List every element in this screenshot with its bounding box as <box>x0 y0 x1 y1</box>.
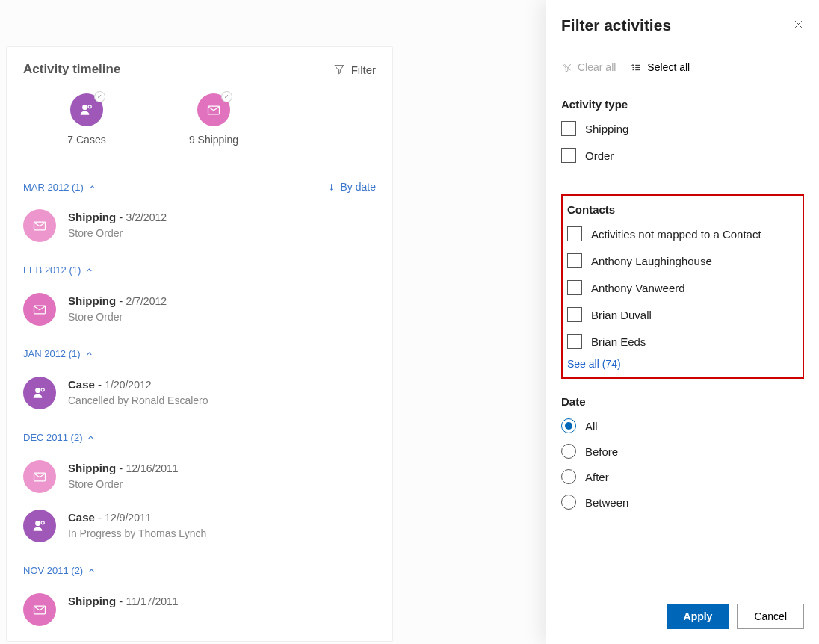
envelope-icon <box>23 293 56 326</box>
entry-title: Shipping <box>68 595 116 607</box>
clear-all-button[interactable]: Clear all <box>561 61 616 73</box>
month-header[interactable]: FEB 2012 (1) <box>23 264 93 276</box>
envelope-icon <box>23 460 56 493</box>
entry-subtitle: Store Order <box>68 227 167 239</box>
timeline-entry[interactable]: Shipping - 12/16/2011 Store Order <box>23 460 376 493</box>
radio-icon <box>561 469 576 484</box>
checkbox-icon <box>567 253 582 268</box>
shipping-count: 9 Shipping <box>150 134 277 146</box>
panel-title: Filter activities <box>561 16 671 34</box>
entry-title: Case <box>68 378 95 391</box>
entry-title: Shipping <box>68 294 116 307</box>
panel-header: Filter activities <box>561 16 804 34</box>
card-title: Activity timeline <box>23 62 120 77</box>
radio-all[interactable]: All <box>561 418 804 433</box>
checkbox-label: Brian Duvall <box>591 309 652 321</box>
entry-date: 12/16/2011 <box>126 462 179 474</box>
radio-icon <box>561 495 576 510</box>
entry-body: Case - 1/20/2012 Cancelled by Ronald Esc… <box>68 377 208 409</box>
checkbox-icon <box>567 280 582 295</box>
entry-subtitle: In Progress by Thomas Lynch <box>68 527 206 539</box>
arrow-down-icon <box>327 182 336 192</box>
checkbox-contact[interactable]: Anthony Vanweerd <box>567 280 800 295</box>
month-header[interactable]: JAN 2012 (1) <box>23 348 93 359</box>
activity-timeline-card: Activity timeline Filter ✓ 7 Cases ✓ 9 S… <box>6 46 393 642</box>
apply-button[interactable]: Apply <box>667 604 730 629</box>
checkbox-contact[interactable]: Brian Duvall <box>567 307 800 322</box>
entry-body: Shipping - 2/7/2012 Store Order <box>68 293 167 326</box>
radio-after[interactable]: After <box>561 469 804 484</box>
card-header: Activity timeline Filter <box>23 62 376 77</box>
radio-label: After <box>585 471 609 483</box>
cases-count: 7 Cases <box>23 134 150 146</box>
panel-footer: Apply Cancel <box>561 589 804 644</box>
month-header-label: JAN 2012 (1) <box>23 348 81 359</box>
checkbox-icon <box>567 226 582 241</box>
entry-body: Case - 12/9/2011 In Progress by Thomas L… <box>68 510 206 542</box>
svg-point-10 <box>41 521 44 524</box>
radio-between[interactable]: Between <box>561 495 804 510</box>
month-header[interactable]: DEC 2011 (2) <box>23 432 95 443</box>
radio-before[interactable]: Before <box>561 444 804 459</box>
checkbox-contact[interactable]: Anthony Laughinghouse <box>567 253 800 268</box>
summary-shipping[interactable]: ✓ 9 Shipping <box>150 93 277 146</box>
contacts-title: Contacts <box>564 203 800 216</box>
entry-title: Shipping <box>68 211 116 223</box>
checkbox-label: Activities not mapped to a Contact <box>591 228 761 241</box>
select-all-button[interactable]: Select all <box>631 61 690 73</box>
filter-label: Filter <box>351 64 376 76</box>
timeline-entry[interactable]: Case - 12/9/2011 In Progress by Thomas L… <box>23 510 376 542</box>
entry-subtitle: Cancelled by Ronald Escalero <box>68 394 208 406</box>
radio-label: Between <box>585 496 628 509</box>
checkbox-label: Anthony Laughinghouse <box>591 255 712 267</box>
radio-label: Before <box>585 445 618 458</box>
timeline-entry[interactable]: Shipping - 11/17/2011 <box>23 593 376 626</box>
cancel-button[interactable]: Cancel <box>737 604 804 629</box>
entry-date: 12/9/2011 <box>105 512 151 524</box>
contacts-section-highlight: Contacts Activities not mapped to a Cont… <box>561 194 804 379</box>
sort-by-date[interactable]: By date <box>327 181 376 193</box>
funnel-icon <box>333 64 345 75</box>
summary-cases[interactable]: ✓ 7 Cases <box>23 93 150 146</box>
radio-icon <box>561 444 576 459</box>
entry-body: Shipping - 11/17/2011 <box>68 593 179 626</box>
filter-button[interactable]: Filter <box>333 64 376 76</box>
case-icon: ✓ <box>70 93 103 126</box>
clear-filter-icon <box>561 62 572 73</box>
timeline-entry[interactable]: Shipping - 3/2/2012 Store Order <box>23 209 376 242</box>
month-header[interactable]: MAR 2012 (1) <box>23 182 96 193</box>
entry-date: 11/17/2011 <box>126 595 179 607</box>
checkbox-order[interactable]: Order <box>561 148 804 163</box>
entry-title: Case <box>68 511 95 524</box>
person-icon <box>23 510 56 542</box>
checkbox-icon <box>561 148 576 163</box>
checkbox-shipping[interactable]: Shipping <box>561 121 804 136</box>
see-all-contacts[interactable]: See all (74) <box>564 358 800 370</box>
activity-type-section: Activity type ShippingOrder <box>561 98 804 175</box>
chevron-up-icon <box>88 183 96 191</box>
checkbox-icon <box>567 334 582 349</box>
panel-toolbar: Clear all Select all <box>561 61 804 81</box>
month-header-label: MAR 2012 (1) <box>23 182 84 193</box>
shipping-icon: ✓ <box>197 93 230 126</box>
summary-row: ✓ 7 Cases ✓ 9 Shipping <box>23 93 376 161</box>
checkbox-contact[interactable]: Activities not mapped to a Contact <box>567 226 800 241</box>
month-header[interactable]: NOV 2011 (2) <box>23 565 96 576</box>
checkbox-icon <box>567 307 582 322</box>
checkbox-icon <box>561 121 576 136</box>
checkbox-label: Shipping <box>585 123 628 135</box>
month-header-label: DEC 2011 (2) <box>23 432 82 443</box>
sort-label: By date <box>341 181 376 193</box>
checkbox-contact[interactable]: Brian Eeds <box>567 334 800 349</box>
sort-row: MAR 2012 (1) By date <box>23 181 376 193</box>
close-button[interactable] <box>793 19 804 33</box>
svg-point-9 <box>35 521 40 526</box>
timeline-entry[interactable]: Shipping - 2/7/2012 Store Order <box>23 293 376 326</box>
envelope-icon <box>23 209 56 242</box>
date-title: Date <box>561 395 804 408</box>
entry-date: 1/20/2012 <box>105 379 151 391</box>
person-icon <box>23 377 56 409</box>
timeline-entry[interactable]: Case - 1/20/2012 Cancelled by Ronald Esc… <box>23 377 376 409</box>
svg-point-7 <box>41 388 44 391</box>
filter-panel: Filter activities Clear all Select all A… <box>546 0 819 644</box>
